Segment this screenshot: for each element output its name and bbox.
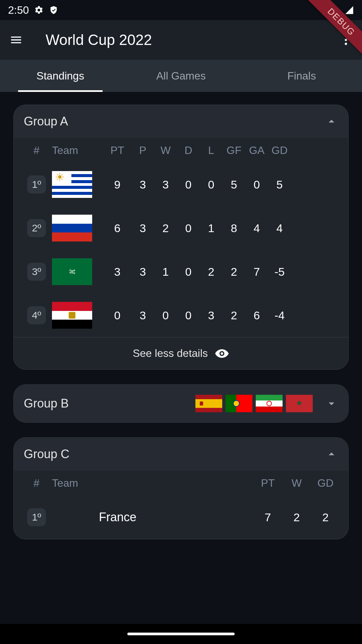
menu-button[interactable] xyxy=(8,32,24,48)
group-c-table: # Team PT W GD 1º France 7 2 2 xyxy=(14,471,348,539)
table-row[interactable]: 4º 0 3 0 0 3 2 6 -4 xyxy=(14,293,348,337)
system-nav-bar xyxy=(0,624,362,644)
flag-uruguay-icon xyxy=(52,171,92,198)
flag-portugal-icon xyxy=(226,395,252,412)
flag-egypt-icon xyxy=(52,302,92,329)
tab-finals[interactable]: Finals xyxy=(241,60,362,92)
app-title: World Cup 2022 xyxy=(46,32,324,48)
tab-all-games[interactable]: All Games xyxy=(121,60,241,92)
flag-russia-icon xyxy=(52,215,92,241)
cell-l: 0 xyxy=(201,178,222,191)
menu-icon xyxy=(9,33,23,47)
group-b-title: Group B xyxy=(24,396,190,411)
cell-pt: 3 xyxy=(104,265,130,278)
cell-ga: 0 xyxy=(246,178,267,191)
th-rank: # xyxy=(23,144,50,157)
group-card-c: Group C # Team PT W GD 1º France 7 2 2 xyxy=(13,437,349,539)
cell-w: 2 xyxy=(283,511,310,524)
cell-gf: 2 xyxy=(224,265,244,278)
eye-icon xyxy=(215,346,229,361)
cell-gf: 8 xyxy=(224,222,244,235)
cell-pt: 6 xyxy=(104,222,130,235)
cell-p: 3 xyxy=(132,265,153,278)
cell-ga: 6 xyxy=(246,309,267,322)
cell-pt: 7 xyxy=(254,511,281,524)
th-pt: PT xyxy=(254,477,281,489)
rank-badge: 4º xyxy=(27,306,46,324)
table-row[interactable]: 1º France 7 2 2 xyxy=(14,495,348,539)
content-scroll[interactable]: Group A # Team PT P W D L GF GA GD 1º 9 … xyxy=(0,92,362,539)
shield-icon xyxy=(49,5,58,15)
svg-point-2 xyxy=(345,43,347,45)
table-row[interactable]: 1º 9 3 3 0 0 5 0 5 xyxy=(14,163,348,206)
rank-badge: 1º xyxy=(27,508,46,526)
rank-badge: 2º xyxy=(27,219,46,237)
cell-p: 3 xyxy=(132,222,153,235)
status-bar: 2:50 xyxy=(0,0,362,20)
cell-ga: 4 xyxy=(246,222,267,235)
cell-gd: -4 xyxy=(269,309,290,322)
nav-pill[interactable] xyxy=(127,633,235,635)
th-gf: GF xyxy=(224,144,244,157)
group-card-b: Group B xyxy=(13,384,349,423)
cell-l: 3 xyxy=(201,309,222,322)
th-pt: PT xyxy=(104,144,130,157)
th-team: Team xyxy=(52,144,102,157)
group-c-header[interactable]: Group C xyxy=(14,438,348,471)
group-a-title: Group A xyxy=(24,114,319,128)
group-a-table-header: # Team PT P W D L GF GA GD xyxy=(14,138,348,163)
app-bar: World Cup 2022 xyxy=(0,20,362,60)
cell-d: 0 xyxy=(178,178,199,191)
group-card-a: Group A # Team PT P W D L GF GA GD 1º 9 … xyxy=(13,105,349,370)
cell-gf: 5 xyxy=(224,178,244,191)
see-less-details-label: See less details xyxy=(133,347,208,360)
group-b-flags xyxy=(195,395,313,412)
flag-spain-icon xyxy=(195,395,222,412)
cell-p: 3 xyxy=(132,309,153,322)
cell-pt: 0 xyxy=(104,309,130,322)
th-gd: GD xyxy=(312,477,339,489)
group-c-title: Group C xyxy=(24,447,319,461)
group-c-table-header: # Team PT W GD xyxy=(14,471,348,495)
group-a-header[interactable]: Group A xyxy=(14,105,348,138)
table-row[interactable]: 2º 6 3 2 0 1 8 4 4 xyxy=(14,206,348,250)
flag-iran-icon xyxy=(256,395,283,412)
flag-morocco-icon xyxy=(286,395,313,412)
th-p: P xyxy=(132,144,153,157)
cell-d: 0 xyxy=(178,309,199,322)
status-time: 2:50 xyxy=(8,4,29,16)
cell-gd: -5 xyxy=(269,265,290,278)
chevron-up-icon xyxy=(325,447,338,461)
table-row[interactable]: 3º ﷻ 3 3 1 0 2 2 7 -5 xyxy=(14,250,348,293)
see-less-details-button[interactable]: See less details xyxy=(14,337,348,369)
th-w: W xyxy=(155,144,176,157)
chevron-down-icon xyxy=(325,397,338,410)
signal-icon xyxy=(345,5,354,15)
cell-w: 1 xyxy=(155,265,176,278)
group-b-header[interactable]: Group B xyxy=(14,385,348,422)
cell-d: 0 xyxy=(178,265,199,278)
cell-l: 2 xyxy=(201,265,222,278)
cell-gd: 4 xyxy=(269,222,290,235)
th-ga: GA xyxy=(246,144,267,157)
svg-point-1 xyxy=(345,39,347,41)
cell-pt: 9 xyxy=(104,178,130,191)
gear-icon xyxy=(34,5,44,15)
tab-standings[interactable]: Standings xyxy=(0,60,121,92)
cell-ga: 7 xyxy=(246,265,267,278)
cell-gd: 2 xyxy=(312,511,339,524)
group-a-table: # Team PT P W D L GF GA GD 1º 9 3 3 0 0 … xyxy=(14,138,348,337)
cell-gf: 2 xyxy=(224,309,244,322)
th-w: W xyxy=(283,477,310,489)
th-d: D xyxy=(178,144,199,157)
cell-d: 0 xyxy=(178,222,199,235)
chevron-up-icon xyxy=(325,115,338,128)
rank-badge: 1º xyxy=(27,175,46,194)
th-gd: GD xyxy=(269,144,290,157)
rank-badge: 3º xyxy=(27,263,46,281)
tab-bar: Standings All Games Finals xyxy=(0,60,362,92)
team-name: France xyxy=(98,510,252,524)
cell-w: 0 xyxy=(155,309,176,322)
flag-saudi-arabia-icon: ﷻ xyxy=(52,258,92,285)
cell-w: 3 xyxy=(155,178,176,191)
